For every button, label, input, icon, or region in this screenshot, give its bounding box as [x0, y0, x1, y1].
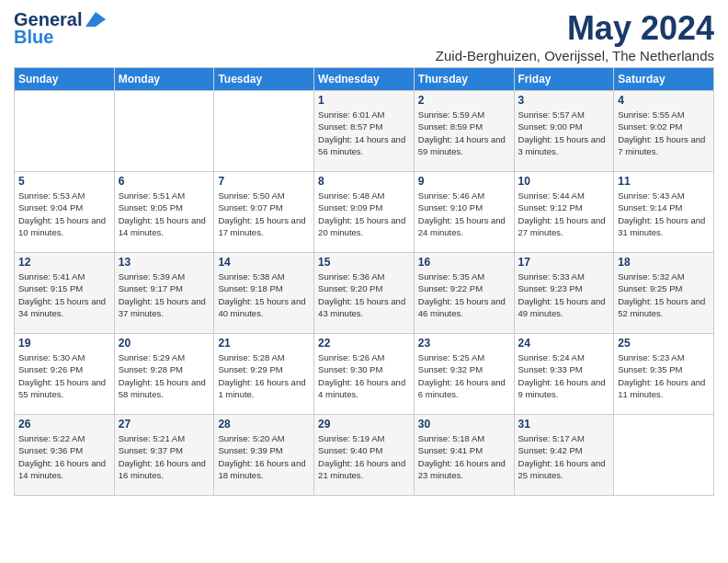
day-info: Sunrise: 5:19 AMSunset: 9:40 PMDaylight:…: [318, 432, 410, 481]
day-info: Sunrise: 5:48 AMSunset: 9:09 PMDaylight:…: [318, 190, 410, 238]
day-cell: 25Sunrise: 5:23 AMSunset: 9:35 PMDayligh…: [614, 334, 714, 415]
day-number: 6: [119, 175, 210, 188]
day-cell: 2Sunrise: 5:59 AMSunset: 8:59 PMDaylight…: [414, 91, 514, 172]
day-cell: 5Sunrise: 5:53 AMSunset: 9:04 PMDaylight…: [15, 172, 115, 253]
day-info: Sunrise: 5:55 AMSunset: 9:02 PMDaylight:…: [618, 109, 710, 157]
day-info: Sunrise: 5:39 AMSunset: 9:17 PMDaylight:…: [119, 270, 210, 319]
day-number: 18: [618, 256, 710, 269]
day-info: Sunrise: 5:23 AMSunset: 9:35 PMDaylight:…: [618, 351, 710, 400]
day-cell: 16Sunrise: 5:35 AMSunset: 9:22 PMDayligh…: [414, 253, 514, 334]
day-cell: 26Sunrise: 5:22 AMSunset: 9:36 PMDayligh…: [15, 415, 115, 496]
day-number: 17: [518, 256, 610, 269]
day-cell: [214, 91, 314, 172]
day-number: 8: [318, 175, 410, 188]
day-cell: 28Sunrise: 5:20 AMSunset: 9:39 PMDayligh…: [214, 415, 314, 496]
day-number: 21: [218, 337, 310, 350]
day-info: Sunrise: 5:35 AMSunset: 9:22 PMDaylight:…: [418, 270, 510, 319]
col-header-thursday: Thursday: [414, 68, 514, 91]
day-cell: 29Sunrise: 5:19 AMSunset: 9:40 PMDayligh…: [314, 415, 415, 496]
day-info: Sunrise: 5:28 AMSunset: 9:29 PMDaylight:…: [218, 351, 310, 400]
day-info: Sunrise: 5:22 AMSunset: 9:36 PMDaylight:…: [18, 432, 110, 481]
title-area: May 2024 Zuid-Berghuizen, Overijssel, Th…: [436, 9, 714, 63]
day-cell: 21Sunrise: 5:28 AMSunset: 9:29 PMDayligh…: [214, 334, 314, 415]
day-cell: 27Sunrise: 5:21 AMSunset: 9:37 PMDayligh…: [114, 415, 214, 496]
header: General Blue May 2024 Zuid-Berghuizen, O…: [14, 9, 714, 63]
col-header-sunday: Sunday: [15, 68, 115, 91]
day-number: 13: [119, 256, 210, 269]
day-cell: 9Sunrise: 5:46 AMSunset: 9:10 PMDaylight…: [414, 172, 514, 253]
day-number: 20: [119, 337, 210, 350]
day-info: Sunrise: 5:30 AMSunset: 9:26 PMDaylight:…: [18, 351, 110, 400]
day-cell: 31Sunrise: 5:17 AMSunset: 9:42 PMDayligh…: [514, 415, 614, 496]
day-number: 4: [618, 94, 710, 107]
day-info: Sunrise: 5:53 AMSunset: 9:04 PMDaylight:…: [18, 190, 110, 238]
day-number: 30: [418, 418, 510, 431]
logo-icon: [85, 12, 106, 27]
day-info: Sunrise: 5:59 AMSunset: 8:59 PMDaylight:…: [418, 109, 510, 157]
logo-blue: Blue: [14, 27, 53, 48]
day-number: 26: [18, 418, 110, 431]
day-number: 5: [18, 175, 110, 188]
day-number: 1: [318, 94, 410, 107]
col-header-saturday: Saturday: [614, 68, 714, 91]
day-info: Sunrise: 5:36 AMSunset: 9:20 PMDaylight:…: [318, 270, 410, 319]
week-row-2: 5Sunrise: 5:53 AMSunset: 9:04 PMDaylight…: [15, 172, 714, 253]
day-cell: 6Sunrise: 5:51 AMSunset: 9:05 PMDaylight…: [114, 172, 214, 253]
day-info: Sunrise: 5:46 AMSunset: 9:10 PMDaylight:…: [418, 190, 510, 238]
day-cell: 30Sunrise: 5:18 AMSunset: 9:41 PMDayligh…: [414, 415, 514, 496]
day-number: 3: [518, 94, 610, 107]
day-info: Sunrise: 5:25 AMSunset: 9:32 PMDaylight:…: [418, 351, 510, 400]
day-cell: 22Sunrise: 5:26 AMSunset: 9:30 PMDayligh…: [314, 334, 415, 415]
header-row: SundayMondayTuesdayWednesdayThursdayFrid…: [15, 68, 714, 91]
col-header-tuesday: Tuesday: [214, 68, 314, 91]
month-title: May 2024: [436, 9, 714, 48]
day-number: 7: [218, 175, 310, 188]
day-number: 16: [418, 256, 510, 269]
col-header-wednesday: Wednesday: [314, 68, 415, 91]
day-info: Sunrise: 5:32 AMSunset: 9:25 PMDaylight:…: [618, 270, 710, 319]
day-cell: 19Sunrise: 5:30 AMSunset: 9:26 PMDayligh…: [15, 334, 115, 415]
col-header-friday: Friday: [514, 68, 614, 91]
week-row-3: 12Sunrise: 5:41 AMSunset: 9:15 PMDayligh…: [15, 253, 714, 334]
col-header-monday: Monday: [114, 68, 214, 91]
week-row-5: 26Sunrise: 5:22 AMSunset: 9:36 PMDayligh…: [15, 415, 714, 496]
day-number: 28: [218, 418, 310, 431]
day-info: Sunrise: 6:01 AMSunset: 8:57 PMDaylight:…: [318, 109, 410, 157]
day-number: 15: [318, 256, 410, 269]
day-cell: [614, 415, 714, 496]
day-number: 23: [418, 337, 510, 350]
day-info: Sunrise: 5:43 AMSunset: 9:14 PMDaylight:…: [618, 190, 710, 238]
svg-marker-0: [85, 12, 106, 27]
day-cell: 12Sunrise: 5:41 AMSunset: 9:15 PMDayligh…: [15, 253, 115, 334]
day-number: 12: [18, 256, 110, 269]
day-cell: 18Sunrise: 5:32 AMSunset: 9:25 PMDayligh…: [614, 253, 714, 334]
day-cell: 3Sunrise: 5:57 AMSunset: 9:00 PMDaylight…: [514, 91, 614, 172]
day-cell: 11Sunrise: 5:43 AMSunset: 9:14 PMDayligh…: [614, 172, 714, 253]
day-info: Sunrise: 5:29 AMSunset: 9:28 PMDaylight:…: [119, 351, 210, 400]
day-cell: 23Sunrise: 5:25 AMSunset: 9:32 PMDayligh…: [414, 334, 514, 415]
day-cell: [15, 91, 115, 172]
day-number: 22: [318, 337, 410, 350]
day-cell: 15Sunrise: 5:36 AMSunset: 9:20 PMDayligh…: [314, 253, 415, 334]
logo: General Blue: [14, 9, 106, 48]
day-info: Sunrise: 5:51 AMSunset: 9:05 PMDaylight:…: [119, 190, 210, 238]
day-info: Sunrise: 5:18 AMSunset: 9:41 PMDaylight:…: [418, 432, 510, 481]
day-number: 14: [218, 256, 310, 269]
day-info: Sunrise: 5:33 AMSunset: 9:23 PMDaylight:…: [518, 270, 610, 319]
day-number: 29: [318, 418, 410, 431]
day-cell: 20Sunrise: 5:29 AMSunset: 9:28 PMDayligh…: [114, 334, 214, 415]
day-cell: 17Sunrise: 5:33 AMSunset: 9:23 PMDayligh…: [514, 253, 614, 334]
day-number: 2: [418, 94, 510, 107]
day-cell: 13Sunrise: 5:39 AMSunset: 9:17 PMDayligh…: [114, 253, 214, 334]
day-info: Sunrise: 5:24 AMSunset: 9:33 PMDaylight:…: [518, 351, 610, 400]
day-info: Sunrise: 5:57 AMSunset: 9:00 PMDaylight:…: [518, 109, 610, 157]
day-number: 25: [618, 337, 710, 350]
week-row-1: 1Sunrise: 6:01 AMSunset: 8:57 PMDaylight…: [15, 91, 714, 172]
calendar-table: SundayMondayTuesdayWednesdayThursdayFrid…: [14, 67, 714, 496]
week-row-4: 19Sunrise: 5:30 AMSunset: 9:26 PMDayligh…: [15, 334, 714, 415]
day-cell: 1Sunrise: 6:01 AMSunset: 8:57 PMDaylight…: [314, 91, 415, 172]
day-cell: 24Sunrise: 5:24 AMSunset: 9:33 PMDayligh…: [514, 334, 614, 415]
day-info: Sunrise: 5:44 AMSunset: 9:12 PMDaylight:…: [518, 190, 610, 238]
day-number: 24: [518, 337, 610, 350]
day-cell: 7Sunrise: 5:50 AMSunset: 9:07 PMDaylight…: [214, 172, 314, 253]
